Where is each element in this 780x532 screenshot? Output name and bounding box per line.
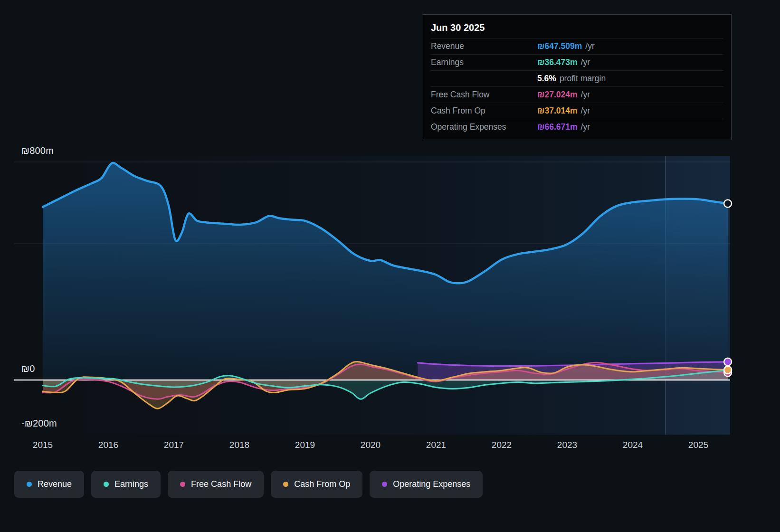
tooltip-panel: Jun 30 2025 Revenue₪647.509m/yrEarnings₪… (423, 14, 732, 140)
legend-label: Revenue (38, 479, 72, 489)
tooltip-row-label: Cash From Op (431, 106, 537, 116)
y-axis-label-800: ₪800m (21, 145, 54, 156)
x-axis-label-2022: 2022 (492, 440, 512, 450)
tooltip-row-revenue: Revenue₪647.509m/yr (431, 38, 723, 54)
legend-label: Earnings (114, 479, 148, 489)
legend-dot-free-cash-flow (180, 482, 185, 487)
tooltip-row-value: ₪66.671m (537, 122, 578, 132)
tooltip-row-free-cash-flow: Free Cash Flow₪27.024m/yr (431, 86, 723, 103)
legend-dot-revenue (27, 482, 32, 487)
revenue-end-marker (724, 200, 732, 207)
legend-item-operating-expenses[interactable]: Operating Expenses (370, 471, 483, 498)
tooltip-row-suffix: /yr (581, 90, 590, 100)
x-axis-label-2021: 2021 (426, 440, 446, 450)
legend-dot-operating-expenses (382, 482, 387, 487)
legend-label: Cash From Op (294, 479, 350, 489)
tooltip-row-value: ₪36.473m (537, 57, 578, 67)
x-axis-label-2024: 2024 (623, 440, 643, 450)
tooltip-row-earnings: Earnings₪36.473m/yr (431, 54, 723, 70)
tooltip-row-value: ₪27.024m (537, 90, 578, 100)
chart-page: ₪800m₪0-₪200m 20152016201720182019202020… (0, 0, 780, 532)
x-axis-label-2018: 2018 (229, 440, 249, 450)
legend-label: Operating Expenses (393, 479, 470, 489)
tooltip-row-suffix: /yr (581, 122, 590, 132)
legend-item-free-cash-flow[interactable]: Free Cash Flow (168, 471, 264, 498)
tooltip-row-value: ₪647.509m (537, 41, 582, 51)
x-axis-label-2023: 2023 (557, 440, 577, 450)
tooltip-row-label: Revenue (431, 41, 537, 51)
legend-bar: RevenueEarningsFree Cash FlowCash From O… (14, 471, 483, 498)
legend-label: Free Cash Flow (191, 479, 251, 489)
x-axis-label-2025: 2025 (688, 440, 708, 450)
tooltip-row-label: Earnings (431, 57, 537, 67)
x-axis-label-2015: 2015 (33, 440, 53, 450)
tooltip-date: Jun 30 2025 (431, 19, 723, 38)
legend-dot-earnings (104, 482, 109, 487)
x-axis-label-2020: 2020 (361, 440, 380, 450)
y-axis-label-0: ₪0 (21, 363, 35, 374)
tooltip-row-label: Operating Expenses (431, 122, 537, 132)
cash-from-op-end-marker (724, 366, 732, 374)
tooltip-row-cash-from-op: Cash From Op₪37.014m/yr (431, 103, 723, 119)
x-axis-label-2017: 2017 (164, 440, 184, 450)
tooltip-row-suffix: /yr (585, 41, 594, 51)
tooltip-row-operating-expenses: Operating Expenses₪66.671m/yr (431, 119, 723, 135)
legend-item-revenue[interactable]: Revenue (14, 471, 84, 498)
legend-item-cash-from-op[interactable]: Cash From Op (271, 471, 362, 498)
legend-item-earnings[interactable]: Earnings (91, 471, 161, 498)
tooltip-row-value: 5.6% (537, 74, 556, 84)
y-axis-label--200: -₪200m (21, 418, 57, 429)
tooltip-row-suffix: /yr (581, 106, 590, 116)
tooltip-row-suffix: /yr (581, 57, 590, 67)
tooltip-row-profit-margin: 5.6%profit margin (431, 70, 723, 86)
tooltip-row-value: ₪37.014m (537, 106, 578, 116)
operating-expenses-end-marker (724, 358, 732, 366)
tooltip-row-label: Free Cash Flow (431, 90, 537, 100)
x-axis-label-2019: 2019 (295, 440, 315, 450)
legend-dot-cash-from-op (283, 482, 288, 487)
tooltip-row-suffix: profit margin (560, 74, 606, 84)
x-axis-label-2016: 2016 (98, 440, 118, 450)
tooltip-rows: Revenue₪647.509m/yrEarnings₪36.473m/yr5.… (431, 38, 723, 135)
